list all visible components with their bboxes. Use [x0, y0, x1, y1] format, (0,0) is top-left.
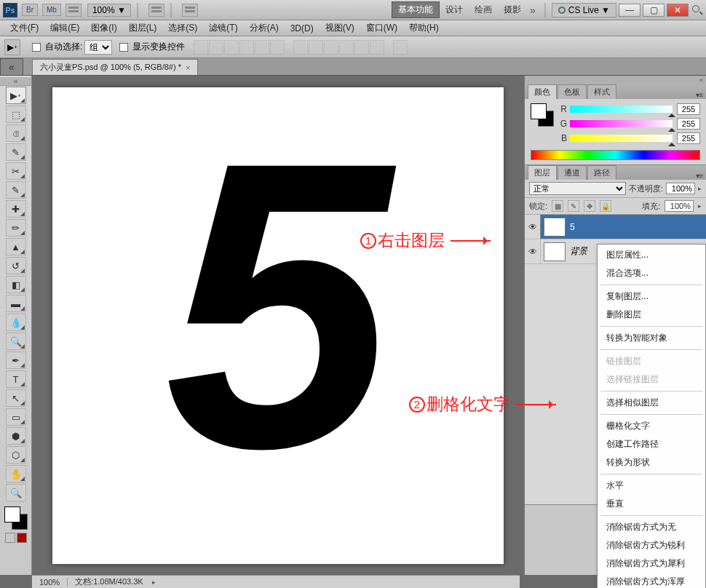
path-tool[interactable]: ↖ [6, 389, 26, 407]
workspace-photography[interactable]: 摄影 [498, 2, 527, 17]
b-slider[interactable] [570, 135, 673, 142]
cslive-button[interactable]: CS Live ▼ [552, 3, 616, 17]
autoselect-checkbox[interactable] [32, 43, 41, 52]
tab-channels[interactable]: 通道 [558, 165, 587, 180]
align-top-icon[interactable] [194, 40, 208, 55]
menu-analysis[interactable]: 分析(A) [244, 20, 285, 36]
menu-filter[interactable]: 滤镜(T) [203, 20, 243, 36]
tab-paths[interactable]: 路径 [587, 165, 616, 180]
workspace-design[interactable]: 设计 [440, 2, 469, 17]
canvas[interactable]: 5 [52, 87, 504, 564]
pen-tool[interactable]: ✒ [6, 351, 26, 369]
arrange-docs-button[interactable] [66, 4, 82, 17]
menu-edit[interactable]: 编辑(E) [44, 20, 85, 36]
quickselect-tool[interactable]: ✎ [6, 143, 26, 161]
mask-mode[interactable] [5, 533, 27, 543]
shape-tool[interactable]: ▭ [6, 408, 26, 426]
ctx-blend-options[interactable]: 混合选项... [598, 264, 705, 282]
screen-mode-button[interactable] [148, 4, 164, 17]
type-tool[interactable]: T [6, 370, 26, 388]
marquee-tool[interactable]: ⬚ [6, 106, 26, 123]
color-swatches[interactable] [3, 505, 29, 531]
workspace-essentials[interactable]: 基本功能 [392, 1, 440, 18]
extras-button[interactable] [182, 4, 198, 17]
opacity-value[interactable]: 100% [666, 183, 695, 194]
hand-tool[interactable]: ✋ [6, 465, 26, 482]
lock-transparency[interactable]: ▦ [552, 200, 563, 212]
lasso-tool[interactable]: ⟃ [6, 124, 26, 142]
layers-panel-menu-icon[interactable]: ▾≡ [693, 172, 706, 180]
menu-select[interactable]: 选择(S) [162, 20, 203, 36]
window-minimize[interactable]: — [619, 4, 640, 17]
tab-layers[interactable]: 图层 [528, 165, 557, 180]
menu-layer[interactable]: 图层(L) [123, 20, 163, 36]
move-tool[interactable]: ▶+ [6, 87, 26, 104]
ctx-aa-sharp[interactable]: 消除锯齿方式为锐利 [598, 536, 705, 555]
ctx-duplicate-layer[interactable]: 复制图层... [598, 287, 705, 306]
g-slider[interactable] [570, 120, 673, 127]
eyedropper-tool[interactable]: ✎ [6, 181, 26, 199]
status-zoom[interactable]: 100% [32, 578, 68, 587]
3d-tool[interactable]: ⬢ [6, 427, 26, 445]
canvas-area[interactable]: 5 [32, 76, 524, 575]
tab-styles[interactable]: 样式 [587, 84, 616, 99]
status-docsize[interactable]: 文档:1.08M/403.3K [68, 576, 151, 587]
zoom-tool[interactable]: 🔍 [6, 484, 26, 501]
panel-collapse[interactable]: « [525, 76, 706, 84]
layer-name[interactable]: 5 [568, 222, 706, 232]
bridge-button[interactable]: Br [22, 4, 38, 16]
menu-view[interactable]: 视图(V) [320, 20, 360, 36]
panel-menu-icon[interactable]: ▾≡ [693, 91, 706, 99]
visibility-icon[interactable]: 👁 [525, 215, 541, 239]
autoselect-dropdown[interactable]: 组 [84, 40, 112, 55]
ctx-rasterize-type[interactable]: 栅格化文字 [598, 417, 705, 435]
showcontrols-checkbox[interactable] [119, 43, 128, 52]
window-close[interactable]: ✕ [667, 4, 689, 17]
workspace-more[interactable]: » [527, 4, 539, 16]
zoom-level-dropdown[interactable]: 100% ▼ [87, 4, 131, 17]
blur-tool[interactable]: 💧 [6, 314, 26, 331]
b-value[interactable]: 255 [677, 132, 700, 144]
crop-tool[interactable]: ✂ [6, 162, 26, 180]
menu-help[interactable]: 帮助(H) [403, 20, 445, 36]
lock-position[interactable]: ✥ [584, 200, 595, 212]
lock-all[interactable]: 🔒 [600, 200, 611, 212]
ctx-smart-object[interactable]: 转换为智能对象 [598, 329, 705, 347]
tab-swatches[interactable]: 色板 [558, 84, 587, 99]
menu-file[interactable]: 文件(F) [4, 20, 44, 36]
menu-image[interactable]: 图像(I) [85, 20, 122, 36]
ctx-aa-none[interactable]: 消除锯齿方式为无 [598, 518, 705, 536]
ctx-layer-properties[interactable]: 图层属性... [598, 246, 705, 264]
layer-thumbnail[interactable] [544, 218, 566, 237]
foreground-swatch[interactable] [4, 506, 20, 523]
3dcam-tool[interactable]: ⬡ [6, 446, 26, 464]
dodge-tool[interactable]: 🔍 [6, 333, 26, 350]
ctx-vertical[interactable]: 垂直 [598, 495, 705, 513]
layer-row[interactable]: 👁 5 [525, 215, 706, 239]
ctx-select-similar[interactable]: 选择相似图层 [598, 394, 705, 412]
brush-tool[interactable]: ✏ [6, 219, 26, 237]
toolbox-collapse[interactable]: « [0, 58, 23, 76]
toolbox-header[interactable]: « [0, 77, 31, 86]
history-tool[interactable]: ↺ [6, 257, 26, 274]
layer-thumbnail[interactable] [544, 242, 566, 261]
menu-window[interactable]: 窗口(W) [360, 20, 403, 36]
stamp-tool[interactable]: ▲ [6, 238, 26, 255]
document-tab-close[interactable]: × [186, 63, 190, 72]
healing-tool[interactable]: ✚ [6, 200, 26, 218]
spectrum-bar[interactable] [531, 150, 700, 160]
r-slider[interactable] [570, 106, 673, 113]
panel-swatches[interactable] [531, 103, 554, 127]
menu-3d[interactable]: 3D(D) [285, 22, 320, 35]
gradient-tool[interactable]: ▬ [6, 295, 26, 312]
fill-value[interactable]: 100% [665, 200, 694, 212]
lock-pixels[interactable]: ✎ [568, 200, 579, 212]
tab-color[interactable]: 颜色 [528, 84, 557, 99]
ctx-aa-crisp[interactable]: 消除锯齿方式为犀利 [598, 555, 705, 573]
eraser-tool[interactable]: ◧ [6, 276, 26, 293]
visibility-icon[interactable]: 👁 [525, 239, 541, 263]
autoalign-icon[interactable] [393, 40, 408, 55]
g-value[interactable]: 255 [677, 118, 700, 130]
ctx-create-workpath[interactable]: 创建工作路径 [598, 435, 705, 453]
document-tab[interactable]: 六小灵童PS.psd @ 100% (5, RGB/8#) * × [32, 59, 198, 75]
